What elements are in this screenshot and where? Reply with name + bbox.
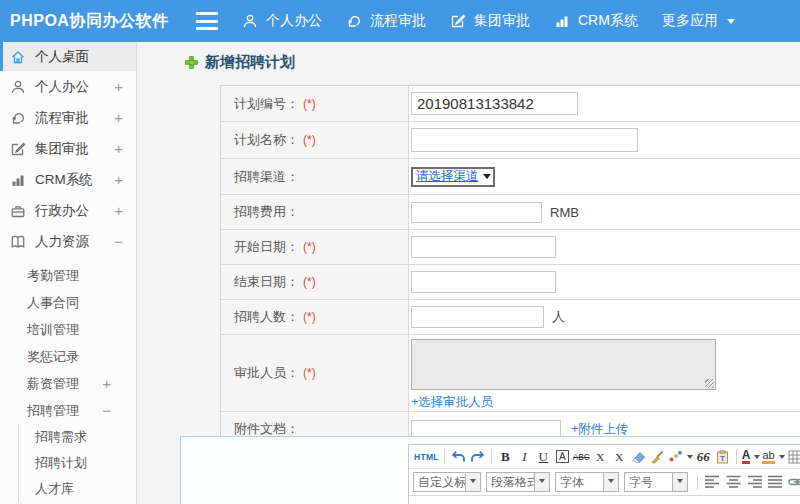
topnav-item-1[interactable]: 个人办公 (242, 12, 322, 30)
field-value-cell (409, 86, 800, 121)
form-row-start-date: 开始日期：(*) (221, 230, 800, 265)
back-color-button[interactable]: ab (762, 448, 784, 466)
workflow-icon (346, 13, 363, 30)
sidebar-item-15[interactable]: 招聘计划 (19, 450, 136, 476)
field-label-cell: 计划编号：(*) (221, 86, 409, 121)
resize-grip-icon[interactable] (705, 379, 714, 388)
recruit-fee-input[interactable] (411, 202, 542, 223)
redo-button[interactable] (469, 448, 486, 466)
html-source-label: HTML (414, 452, 439, 462)
sidebar-item-11[interactable]: 奖惩记录 (0, 343, 136, 370)
blockquote-button[interactable]: 66 (695, 448, 712, 466)
sidebar-item-12[interactable]: 薪资管理+ (0, 370, 136, 397)
align-justify-button[interactable] (767, 473, 784, 491)
sidebar-item-13[interactable]: 招聘管理− (0, 397, 136, 424)
sidebar-item-3[interactable]: 流程审批+ (0, 102, 136, 133)
sidebar-item-4[interactable]: 集团审批+ (0, 133, 136, 164)
font-size-select[interactable]: 字号 (624, 472, 688, 492)
rich-text-editor: HTMLBIUAABCXX66TAab 自定义标题段落格式字体字号 (408, 444, 800, 504)
align-right-icon (747, 475, 762, 489)
plan-name-input[interactable] (411, 128, 638, 152)
align-center-button[interactable] (725, 473, 742, 491)
format-brush-button[interactable] (649, 448, 666, 466)
special-symbol-button[interactable] (668, 448, 693, 466)
blockquote-label: 66 (697, 449, 710, 465)
field-label: 开始日期： (234, 238, 299, 256)
align-left-button[interactable] (704, 473, 721, 491)
topnav-item-4[interactable]: CRM系统 (554, 12, 638, 30)
font-family-select[interactable]: 字体 (555, 472, 619, 492)
caret-down-icon (465, 473, 480, 491)
required-marker: (*) (303, 366, 316, 380)
sidebar-item-label: 培训管理 (27, 321, 79, 339)
sidebar-item-9[interactable]: 人事合同 (0, 289, 136, 316)
sidebar-item-14[interactable]: 招聘需求 (19, 424, 136, 450)
topnav-item-2[interactable]: 流程审批 (346, 12, 426, 30)
sidebar-item-2[interactable]: 个人办公+ (0, 71, 136, 102)
bold-button[interactable]: B (497, 448, 514, 466)
insert-table-button[interactable] (787, 448, 800, 466)
expand-icon[interactable]: + (114, 78, 123, 95)
expand-icon[interactable]: + (114, 171, 123, 188)
sidebar-item-16[interactable]: 人才库 (19, 476, 136, 502)
plan-number-input[interactable] (411, 92, 578, 115)
font-color-button[interactable]: A (742, 448, 761, 466)
recruit-plan-form: 计划编号：(*)计划名称：(*)招聘渠道：请选择渠道招聘费用：RMB开始日期：(… (220, 85, 800, 446)
field-value-cell: RMB (409, 195, 800, 229)
sidebar-item-1[interactable]: 个人桌面 (0, 42, 136, 71)
topnav-item-5[interactable]: 更多应用 (662, 12, 735, 30)
sidebar-item-10[interactable]: 培训管理 (0, 316, 136, 343)
choose-approvers-link[interactable]: +选择审批人员 (411, 394, 493, 411)
attachment-upload-link[interactable]: +附件上传 (571, 421, 628, 438)
char-border-button[interactable]: A (554, 448, 571, 466)
book-icon (10, 234, 27, 250)
editor-content-area[interactable] (409, 496, 800, 504)
undo-button[interactable] (450, 448, 467, 466)
expand-icon[interactable]: + (114, 109, 123, 126)
sidebar-item-5[interactable]: CRM系统+ (0, 164, 136, 195)
topnav-item-3[interactable]: 集团审批 (450, 12, 530, 30)
field-label: 招聘渠道： (234, 168, 299, 186)
collapse-icon[interactable]: − (114, 233, 123, 250)
sidebar-item-7[interactable]: 人力资源− (0, 226, 136, 257)
field-label: 审批人员： (234, 364, 299, 382)
expand-icon[interactable]: + (102, 375, 111, 392)
menu-toggle-icon[interactable] (196, 12, 218, 30)
bar-chart-icon (10, 172, 27, 188)
field-value-cell: +选择审批人员 (409, 335, 800, 411)
paste-plain-button[interactable]: T (714, 448, 731, 466)
required-marker: (*) (303, 133, 316, 147)
eraser-button[interactable] (630, 448, 647, 466)
collapse-icon[interactable]: − (102, 402, 111, 419)
paragraph-format-select[interactable]: 段落格式 (486, 472, 550, 492)
form-row-end-date: 结束日期：(*) (221, 265, 800, 300)
html-source-button[interactable]: HTML (414, 448, 439, 466)
approvers-textarea[interactable] (411, 339, 716, 390)
svg-text:T: T (720, 454, 725, 463)
font-color-label: A (742, 449, 751, 464)
channel-select[interactable]: 请选择渠道 (411, 167, 495, 187)
sidebar-item-8[interactable]: 考勤管理 (0, 262, 136, 289)
expand-icon[interactable]: + (114, 202, 123, 219)
caret-down-icon (672, 473, 687, 491)
form-row-recruit-fee: 招聘费用：RMB (221, 195, 800, 230)
recruit-count-input[interactable] (411, 306, 544, 328)
sidebar-item-label: 招聘管理 (27, 402, 79, 420)
subscript-button[interactable]: X (611, 448, 628, 466)
field-label-cell: 计划名称：(*) (221, 122, 409, 158)
strikethrough-button[interactable]: ABC (573, 448, 590, 466)
align-right-button[interactable] (746, 473, 763, 491)
italic-button[interactable]: I (516, 448, 533, 466)
insert-link-button[interactable] (788, 473, 800, 491)
underline-button[interactable]: U (535, 448, 552, 466)
custom-title-select[interactable]: 自定义标题 (413, 472, 481, 492)
start-date-input[interactable] (411, 236, 556, 258)
superscript-button[interactable]: X (592, 448, 609, 466)
expand-icon[interactable]: + (114, 140, 123, 157)
topbar: PHPOA协同办公软件 个人办公流程审批集团审批CRM系统更多应用 (0, 0, 800, 42)
sidebar-item-6[interactable]: 行政办公+ (0, 195, 136, 226)
sidebar-item-label: 奖惩记录 (27, 348, 79, 366)
end-date-input[interactable] (411, 271, 556, 293)
field-label: 招聘费用： (234, 203, 299, 221)
home-icon (10, 49, 27, 65)
